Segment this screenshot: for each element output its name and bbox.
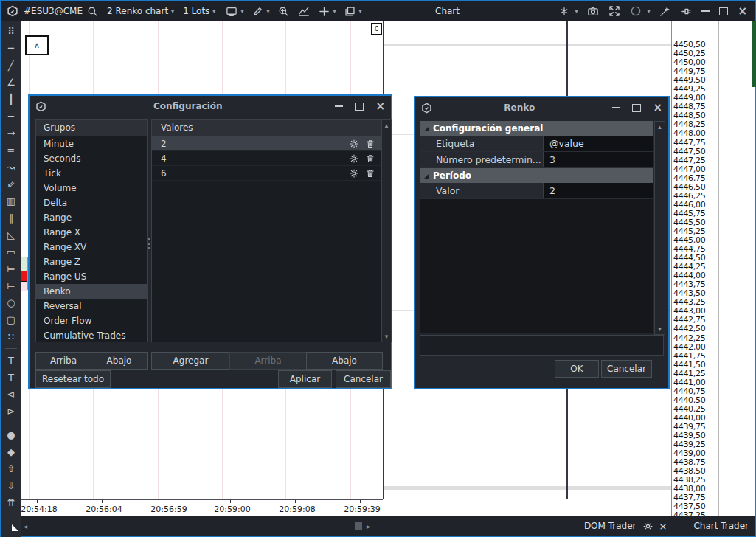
dashed-rect-icon[interactable]: ▢: [1, 311, 21, 328]
horizontal-scrollbar-thumb[interactable]: [355, 522, 362, 530]
rectangle-tool-icon[interactable]: ▭: [1, 243, 21, 260]
diamond-marker-icon[interactable]: ◆: [1, 443, 21, 460]
group-item-range-z[interactable]: Range Z: [36, 254, 147, 269]
layout-copy-icon[interactable]: [344, 6, 356, 17]
horizontal-segment-icon[interactable]: ─: [1, 108, 21, 125]
value-delete-icon[interactable]: [366, 169, 375, 178]
arrow-down-marker-icon[interactable]: ⇩: [1, 477, 21, 494]
zoom-in-icon[interactable]: [278, 6, 289, 17]
trend-line-icon[interactable]: ╱: [1, 57, 21, 74]
minimize-icon[interactable]: [335, 105, 343, 107]
panel-collapse-button[interactable]: ∧: [25, 35, 49, 55]
chevron-down-icon[interactable]: ▾: [212, 8, 215, 15]
ellipse-tool-icon[interactable]: ○: [1, 294, 21, 311]
text-tool-icon[interactable]: T: [1, 369, 21, 386]
chart-style-icon[interactable]: [298, 6, 310, 17]
chevron-down-icon[interactable]: ▾: [171, 8, 174, 15]
ok-button[interactable]: OK: [555, 360, 599, 378]
property-row-n-mero-predetermin-[interactable]: Número predetermin...3: [420, 152, 653, 168]
configuracion-dialog-titlebar[interactable]: Configuración ×: [30, 96, 391, 117]
symbol-name[interactable]: #ESU3@CME: [24, 6, 83, 16]
selection-dots-icon[interactable]: ⠿: [1, 23, 21, 40]
chevron-down-icon[interactable]: ▾: [333, 8, 336, 15]
shape-circle-icon[interactable]: [630, 5, 642, 17]
chevron-down-icon[interactable]: ▾: [266, 8, 269, 15]
collapse-triangle-icon[interactable]: ◢: [420, 173, 433, 179]
value-delete-icon[interactable]: [366, 154, 375, 163]
draw-tool-icon[interactable]: [252, 6, 263, 17]
window-titlebar[interactable]: #ESU3@CME 2 Renko chart ▾ 1 Lots ▾ ▾ ▾ ▾…: [1, 1, 755, 21]
group-item-minute[interactable]: Minute: [36, 136, 147, 151]
vertical-line-icon[interactable]: ┃: [1, 91, 21, 108]
chevron-down-icon[interactable]: ▾: [358, 8, 361, 15]
values-up-button[interactable]: Arriba: [229, 352, 307, 370]
fib-levels-icon[interactable]: ≣: [1, 142, 21, 159]
minimize-icon[interactable]: [612, 107, 620, 108]
value-settings-icon[interactable]: [350, 169, 358, 178]
property-value[interactable]: 2: [544, 183, 653, 198]
groups-down-button[interactable]: Abajo: [91, 352, 148, 370]
dot-marker-icon[interactable]: ●: [1, 426, 21, 443]
composite-profile-icon[interactable]: ⊨: [1, 277, 21, 294]
scroll-down-icon[interactable]: ▾: [655, 325, 665, 333]
chevron-down-icon[interactable]: ▾: [240, 8, 243, 15]
angle-tool-icon[interactable]: ∠: [1, 74, 21, 91]
tab-dom-trader[interactable]: DOM Trader: [584, 521, 637, 531]
close-icon[interactable]: ×: [375, 101, 385, 112]
group-item-range-xv[interactable]: Range XV: [36, 240, 147, 254]
pin-icon[interactable]: [680, 6, 692, 17]
templates-icon[interactable]: [226, 6, 237, 17]
scroll-down-icon[interactable]: ▾: [382, 333, 391, 340]
dom-trader-settings-icon[interactable]: [643, 522, 653, 531]
note-label-icon[interactable]: ⊳: [1, 403, 21, 420]
arrow-up-marker-icon[interactable]: ⇧: [1, 460, 21, 477]
group-item-range-x[interactable]: Range X: [36, 225, 147, 240]
cancel-button[interactable]: Cancelar: [336, 370, 391, 388]
time-axis[interactable]: 20:54:1820:56:0420:56:5920:59:0020:59:08…: [21, 499, 671, 516]
value-delete-icon[interactable]: [366, 139, 375, 148]
collapse-triangle-icon[interactable]: ◢: [420, 125, 433, 132]
group-item-order-flow[interactable]: Order Flow: [36, 313, 147, 328]
group-item-seconds[interactable]: Seconds: [36, 151, 147, 166]
fullscreen-icon[interactable]: [608, 5, 620, 17]
group-item-volume[interactable]: Volume: [36, 181, 147, 195]
maximize-icon[interactable]: [355, 103, 364, 111]
close-icon[interactable]: ×: [653, 103, 662, 114]
arrow-tool-icon[interactable]: →: [1, 125, 21, 142]
group-item-delta[interactable]: Delta: [36, 195, 147, 210]
double-arrow-tool-icon[interactable]: ⇙: [1, 176, 21, 193]
horizontal-line-icon[interactable]: ━: [1, 40, 21, 57]
parallel-lines-icon[interactable]: ∥: [1, 209, 21, 226]
quick-tools-icon[interactable]: [659, 6, 670, 17]
camera-icon[interactable]: [587, 6, 599, 17]
dom-trader-close-icon[interactable]: ×: [659, 521, 667, 532]
scroll-left-icon[interactable]: ◂: [24, 522, 27, 530]
group-item-reversal[interactable]: Reversal: [36, 299, 147, 313]
value-row[interactable]: 2: [152, 136, 381, 151]
ruler-tool-icon[interactable]: ▥: [1, 193, 21, 209]
corner-resize-grip[interactable]: [12, 524, 18, 531]
value-settings-icon[interactable]: [350, 154, 358, 163]
property-group-header[interactable]: ◢Configuración general: [420, 121, 653, 136]
group-item-cumulative-trades[interactable]: Cumulative Trades: [36, 328, 147, 343]
minimize-icon[interactable]: [701, 10, 710, 12]
price-label-icon[interactable]: ⊲: [1, 386, 21, 403]
maximize-icon[interactable]: [719, 7, 728, 15]
aggregation-selector[interactable]: 2 Renko chart: [107, 6, 168, 16]
chevron-down-icon[interactable]: ▾: [647, 8, 650, 15]
lots-selector[interactable]: 1 Lots: [183, 6, 209, 16]
values-down-button[interactable]: Abajo: [306, 352, 383, 370]
add-indicator-icon[interactable]: [319, 6, 330, 17]
value-row[interactable]: 4: [152, 151, 381, 166]
property-row-etiqueta[interactable]: Etiqueta@value: [420, 136, 653, 152]
maximize-icon[interactable]: [632, 104, 641, 112]
text-lock-icon[interactable]: T: [1, 352, 21, 369]
cancel-button[interactable]: Cancelar: [601, 360, 652, 378]
apply-button[interactable]: Aplicar: [278, 370, 332, 388]
volume-profile-icon[interactable]: ⊨: [1, 260, 21, 277]
values-add-button[interactable]: Agregar: [151, 352, 230, 370]
renko-scrollbar[interactable]: ▴ ▾: [654, 121, 665, 335]
value-row[interactable]: 6: [152, 166, 381, 181]
values-scrollbar[interactable]: ▴ ▾: [381, 119, 392, 342]
group-item-tick[interactable]: Tick: [36, 166, 147, 181]
